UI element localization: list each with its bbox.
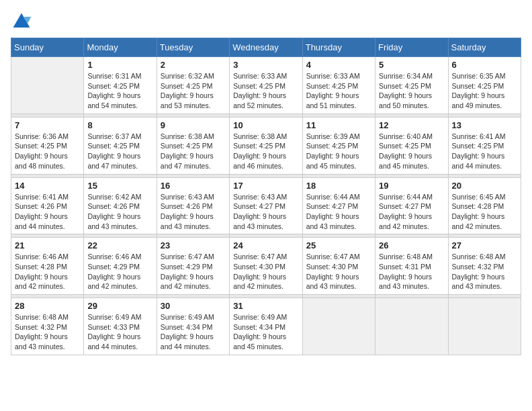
day-number: 18 xyxy=(306,181,371,191)
day-info: Sunrise: 6:49 AM Sunset: 4:33 PM Dayligh… xyxy=(87,312,152,352)
day-number: 2 xyxy=(161,60,226,70)
day-number: 14 xyxy=(15,181,80,191)
day-number: 21 xyxy=(15,240,80,250)
day-info: Sunrise: 6:36 AM Sunset: 4:25 PM Dayligh… xyxy=(15,132,80,171)
day-info: Sunrise: 6:41 AM Sunset: 4:25 PM Dayligh… xyxy=(452,132,517,171)
calendar-cell: 8Sunrise: 6:37 AM Sunset: 4:25 PM Daylig… xyxy=(84,117,157,174)
calendar-cell xyxy=(11,57,84,114)
calendar-cell: 4Sunrise: 6:33 AM Sunset: 4:25 PM Daylig… xyxy=(302,57,375,114)
calendar-cell: 5Sunrise: 6:34 AM Sunset: 4:25 PM Daylig… xyxy=(375,57,448,114)
day-number: 8 xyxy=(87,120,152,130)
calendar-cell: 23Sunrise: 6:47 AM Sunset: 4:29 PM Dayli… xyxy=(157,238,229,295)
day-info: Sunrise: 6:43 AM Sunset: 4:26 PM Dayligh… xyxy=(161,192,226,232)
calendar-cell: 2Sunrise: 6:32 AM Sunset: 4:25 PM Daylig… xyxy=(157,57,229,114)
day-info: Sunrise: 6:38 AM Sunset: 4:25 PM Dayligh… xyxy=(233,132,298,171)
day-number: 31 xyxy=(233,301,298,311)
weekday-header: Saturday xyxy=(448,38,521,57)
calendar-cell: 16Sunrise: 6:43 AM Sunset: 4:26 PM Dayli… xyxy=(157,177,229,234)
day-number: 25 xyxy=(306,240,371,250)
day-info: Sunrise: 6:33 AM Sunset: 4:25 PM Dayligh… xyxy=(306,71,371,111)
day-number: 26 xyxy=(379,240,444,250)
day-number: 27 xyxy=(452,240,517,250)
day-info: Sunrise: 6:49 AM Sunset: 4:34 PM Dayligh… xyxy=(233,312,298,352)
day-info: Sunrise: 6:42 AM Sunset: 4:26 PM Dayligh… xyxy=(87,192,152,232)
day-info: Sunrise: 6:44 AM Sunset: 4:27 PM Dayligh… xyxy=(306,192,371,232)
calendar-week-row: 14Sunrise: 6:41 AM Sunset: 4:26 PM Dayli… xyxy=(11,177,521,234)
day-number: 17 xyxy=(233,181,298,191)
day-info: Sunrise: 6:40 AM Sunset: 4:25 PM Dayligh… xyxy=(379,132,444,171)
day-number: 30 xyxy=(161,301,226,311)
calendar-cell: 20Sunrise: 6:45 AM Sunset: 4:28 PM Dayli… xyxy=(448,177,521,234)
day-info: Sunrise: 6:34 AM Sunset: 4:25 PM Dayligh… xyxy=(379,71,444,111)
calendar-week-row: 21Sunrise: 6:46 AM Sunset: 4:28 PM Dayli… xyxy=(11,238,521,295)
day-number: 6 xyxy=(452,60,517,70)
day-number: 1 xyxy=(87,60,152,70)
calendar-cell: 17Sunrise: 6:43 AM Sunset: 4:27 PM Dayli… xyxy=(230,177,302,234)
weekday-header: Tuesday xyxy=(157,38,229,57)
calendar-cell xyxy=(302,298,375,355)
calendar-cell: 24Sunrise: 6:47 AM Sunset: 4:30 PM Dayli… xyxy=(230,238,302,295)
calendar-week-row: 7Sunrise: 6:36 AM Sunset: 4:25 PM Daylig… xyxy=(11,117,521,174)
day-number: 5 xyxy=(379,60,444,70)
day-number: 7 xyxy=(15,120,80,130)
day-info: Sunrise: 6:47 AM Sunset: 4:30 PM Dayligh… xyxy=(233,252,298,291)
day-number: 24 xyxy=(233,240,298,250)
day-info: Sunrise: 6:49 AM Sunset: 4:34 PM Dayligh… xyxy=(161,312,226,352)
logo-icon xyxy=(11,11,32,32)
calendar-cell: 27Sunrise: 6:48 AM Sunset: 4:32 PM Dayli… xyxy=(448,238,521,295)
day-info: Sunrise: 6:35 AM Sunset: 4:25 PM Dayligh… xyxy=(452,71,517,111)
day-info: Sunrise: 6:47 AM Sunset: 4:29 PM Dayligh… xyxy=(161,252,226,291)
day-info: Sunrise: 6:48 AM Sunset: 4:32 PM Dayligh… xyxy=(452,252,517,291)
day-info: Sunrise: 6:32 AM Sunset: 4:25 PM Dayligh… xyxy=(161,71,226,111)
day-info: Sunrise: 6:46 AM Sunset: 4:29 PM Dayligh… xyxy=(87,252,152,291)
day-number: 15 xyxy=(87,181,152,191)
day-info: Sunrise: 6:46 AM Sunset: 4:28 PM Dayligh… xyxy=(15,252,80,291)
calendar-cell: 25Sunrise: 6:47 AM Sunset: 4:30 PM Dayli… xyxy=(302,238,375,295)
calendar-cell: 26Sunrise: 6:48 AM Sunset: 4:31 PM Dayli… xyxy=(375,238,448,295)
calendar-cell: 10Sunrise: 6:38 AM Sunset: 4:25 PM Dayli… xyxy=(230,117,302,174)
calendar-cell: 22Sunrise: 6:46 AM Sunset: 4:29 PM Dayli… xyxy=(84,238,157,295)
day-number: 29 xyxy=(87,301,152,311)
calendar-cell: 3Sunrise: 6:33 AM Sunset: 4:25 PM Daylig… xyxy=(230,57,302,114)
weekday-header: Thursday xyxy=(302,38,375,57)
day-info: Sunrise: 6:41 AM Sunset: 4:26 PM Dayligh… xyxy=(15,192,80,232)
day-info: Sunrise: 6:38 AM Sunset: 4:25 PM Dayligh… xyxy=(161,132,226,171)
day-info: Sunrise: 6:39 AM Sunset: 4:25 PM Dayligh… xyxy=(306,132,371,171)
weekday-header: Friday xyxy=(375,38,448,57)
weekday-header: Sunday xyxy=(11,38,84,57)
calendar-cell: 29Sunrise: 6:49 AM Sunset: 4:33 PM Dayli… xyxy=(84,298,157,355)
day-info: Sunrise: 6:44 AM Sunset: 4:27 PM Dayligh… xyxy=(379,192,444,232)
day-number: 23 xyxy=(161,240,226,250)
weekday-header: Monday xyxy=(84,38,157,57)
calendar-cell: 7Sunrise: 6:36 AM Sunset: 4:25 PM Daylig… xyxy=(11,117,84,174)
calendar-week-row: 1Sunrise: 6:31 AM Sunset: 4:25 PM Daylig… xyxy=(11,57,521,114)
calendar-cell xyxy=(375,298,448,355)
day-info: Sunrise: 6:33 AM Sunset: 4:25 PM Dayligh… xyxy=(233,71,298,111)
day-info: Sunrise: 6:47 AM Sunset: 4:30 PM Dayligh… xyxy=(306,252,371,291)
weekday-header: Wednesday xyxy=(230,38,302,57)
day-number: 28 xyxy=(15,301,80,311)
calendar-week-row: 28Sunrise: 6:48 AM Sunset: 4:32 PM Dayli… xyxy=(11,298,521,355)
day-number: 12 xyxy=(379,120,444,130)
calendar-cell: 6Sunrise: 6:35 AM Sunset: 4:25 PM Daylig… xyxy=(448,57,521,114)
calendar-cell xyxy=(448,298,521,355)
calendar-cell: 11Sunrise: 6:39 AM Sunset: 4:25 PM Dayli… xyxy=(302,117,375,174)
calendar-cell: 12Sunrise: 6:40 AM Sunset: 4:25 PM Dayli… xyxy=(375,117,448,174)
calendar-cell: 31Sunrise: 6:49 AM Sunset: 4:34 PM Dayli… xyxy=(230,298,302,355)
page-header xyxy=(11,11,521,32)
day-number: 9 xyxy=(161,120,226,130)
calendar-cell: 21Sunrise: 6:46 AM Sunset: 4:28 PM Dayli… xyxy=(11,238,84,295)
calendar-cell: 14Sunrise: 6:41 AM Sunset: 4:26 PM Dayli… xyxy=(11,177,84,234)
day-info: Sunrise: 6:37 AM Sunset: 4:25 PM Dayligh… xyxy=(87,132,152,171)
day-number: 22 xyxy=(87,240,152,250)
calendar-cell: 18Sunrise: 6:44 AM Sunset: 4:27 PM Dayli… xyxy=(302,177,375,234)
day-number: 16 xyxy=(161,181,226,191)
day-info: Sunrise: 6:48 AM Sunset: 4:31 PM Dayligh… xyxy=(379,252,444,291)
calendar-cell: 19Sunrise: 6:44 AM Sunset: 4:27 PM Dayli… xyxy=(375,177,448,234)
calendar-cell: 30Sunrise: 6:49 AM Sunset: 4:34 PM Dayli… xyxy=(157,298,229,355)
day-number: 13 xyxy=(452,120,517,130)
calendar-cell: 9Sunrise: 6:38 AM Sunset: 4:25 PM Daylig… xyxy=(157,117,229,174)
day-number: 3 xyxy=(233,60,298,70)
day-info: Sunrise: 6:45 AM Sunset: 4:28 PM Dayligh… xyxy=(452,192,517,232)
day-info: Sunrise: 6:31 AM Sunset: 4:25 PM Dayligh… xyxy=(87,71,152,111)
